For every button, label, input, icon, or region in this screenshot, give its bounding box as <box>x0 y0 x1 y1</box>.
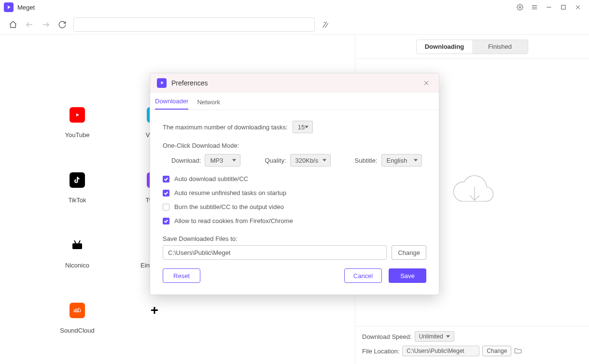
svg-line-14 <box>79 240 80 243</box>
max-tasks-select[interactable]: 15 <box>293 121 313 133</box>
site-tiktok[interactable]: TikTok <box>58 172 97 204</box>
dialog-close-icon[interactable] <box>421 77 432 89</box>
checkbox-label: Auto download subtitle/CC <box>174 175 248 182</box>
site-add[interactable]: + <box>135 303 174 334</box>
checkbox-label: Allow to read cookies from Firefox/Chrom… <box>174 217 293 224</box>
location-input[interactable] <box>402 346 479 356</box>
svg-point-0 <box>519 6 521 8</box>
speed-select[interactable]: Unlimited <box>415 331 454 342</box>
add-icon: + <box>147 303 162 318</box>
dialog-title: Preferences <box>171 79 421 87</box>
open-folder-icon[interactable] <box>514 347 522 355</box>
reset-button[interactable]: Reset <box>163 268 200 283</box>
cancel-button[interactable]: Cancel <box>344 268 382 283</box>
settings-icon[interactable] <box>513 0 527 14</box>
site-label: YouTube <box>65 131 89 139</box>
location-change-button[interactable]: Change <box>482 346 511 356</box>
forward-icon[interactable] <box>38 16 54 33</box>
quality-select[interactable]: 320Kb/s <box>290 154 331 167</box>
back-icon[interactable] <box>21 16 38 33</box>
svg-rect-5 <box>561 5 565 9</box>
url-input[interactable] <box>73 17 315 32</box>
max-tasks-label: The maximum number of downloading tasks: <box>163 124 288 131</box>
tab-downloader[interactable]: Downloader <box>155 94 188 110</box>
quality-label: Quality: <box>265 157 286 164</box>
location-label: File Location: <box>362 348 399 355</box>
tiktok-icon <box>70 172 85 188</box>
paste-url-icon[interactable] <box>318 16 334 33</box>
site-label: Niconico <box>65 262 89 269</box>
menu-icon[interactable] <box>527 0 542 14</box>
checkbox-burn-subtitle[interactable] <box>163 204 169 210</box>
svg-rect-12 <box>72 243 82 249</box>
tab-downloading[interactable]: Downloading <box>417 40 472 54</box>
niconico-icon <box>70 238 85 253</box>
save-path-input[interactable] <box>163 245 387 260</box>
nav-bar <box>0 14 589 35</box>
reload-icon[interactable] <box>54 16 70 33</box>
change-path-button[interactable]: Change <box>392 245 426 260</box>
close-icon[interactable] <box>571 0 585 14</box>
soundcloud-icon <box>70 303 85 318</box>
title-bar: Meget <box>0 0 589 14</box>
checkbox-label: Auto resume unfinished tasks on startup <box>174 189 286 196</box>
home-icon[interactable] <box>5 16 21 33</box>
tab-network[interactable]: Network <box>197 95 220 110</box>
subtitle-lang-label: Subtitle: <box>355 157 378 164</box>
checkbox-read-cookies[interactable] <box>163 218 169 224</box>
tab-finished[interactable]: Finished <box>472 40 528 54</box>
download-format-label: Download: <box>171 157 201 164</box>
download-tabs: Downloading Finished <box>355 35 589 59</box>
preferences-dialog: Preferences Downloader Network The maxim… <box>150 73 439 295</box>
minimize-icon[interactable] <box>542 0 556 14</box>
app-logo-icon <box>4 2 14 12</box>
download-footer: Download Speed: Unlimited File Location:… <box>355 326 589 364</box>
app-title: Meget <box>17 4 35 11</box>
oneclick-label: One-Click Download Mode: <box>163 142 239 149</box>
youtube-icon <box>70 107 85 123</box>
checkbox-auto-subtitle[interactable] <box>163 176 169 182</box>
site-youtube[interactable]: YouTube <box>58 107 97 139</box>
dialog-app-icon <box>157 78 167 88</box>
checkbox-label: Burn the subtitle/CC to the output video <box>174 203 284 210</box>
cloud-download-icon <box>448 172 496 213</box>
site-label: SoundCloud <box>60 327 95 334</box>
maximize-icon[interactable] <box>556 0 571 14</box>
subtitle-lang-select[interactable]: English <box>381 154 422 167</box>
checkbox-auto-resume[interactable] <box>163 190 169 196</box>
site-soundcloud[interactable]: SoundCloud <box>58 303 97 334</box>
download-format-select[interactable]: MP3 <box>205 154 240 167</box>
save-to-label: Save Downloaded Files to: <box>163 235 238 242</box>
speed-label: Download Speed: <box>362 333 412 340</box>
site-niconico[interactable]: Niconico <box>58 238 97 269</box>
save-button[interactable]: Save <box>389 268 426 283</box>
site-label: TikTok <box>68 196 86 204</box>
svg-line-13 <box>74 240 76 243</box>
